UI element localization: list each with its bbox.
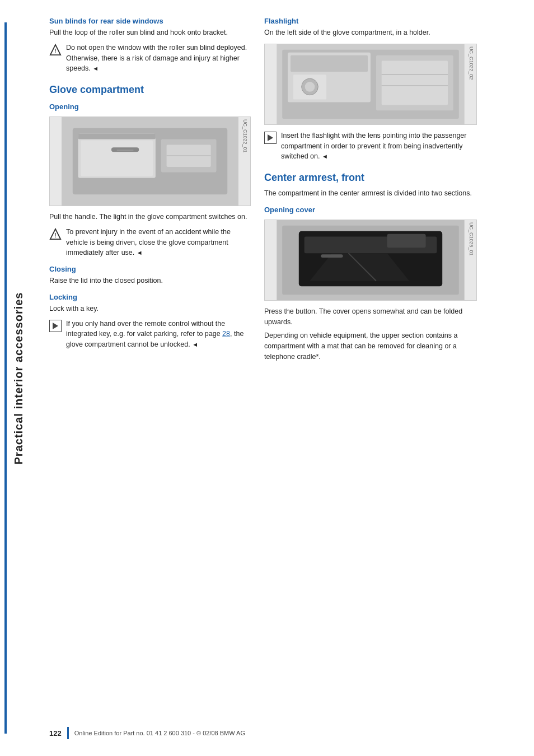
right-column: Flashlight On the left side of the glove…	[264, 17, 477, 739]
glove-warning-text: To prevent injury in the event of an acc…	[66, 227, 251, 258]
glove-locking-heading: Locking	[49, 293, 251, 301]
svg-rect-30	[321, 254, 343, 258]
arrow-right-icon	[53, 323, 58, 329]
sun-blinds-warning-text: Do not open the window with the roller s…	[66, 43, 251, 74]
svg-rect-32	[387, 234, 426, 248]
svg-rect-22	[382, 60, 448, 105]
center-armrest-body: The compartment in the center armrest is…	[264, 188, 477, 199]
center-armrest-svg	[265, 220, 476, 300]
left-column: Sun blinds for rear side windows Pull th…	[49, 17, 251, 739]
glove-closing-section: Closing Raise the lid into the closed po…	[49, 265, 251, 286]
glove-locking-note-text: If you only hand over the remote control…	[66, 319, 251, 350]
flashlight-body: On the left side of the glove compartmen…	[264, 27, 477, 38]
svg-rect-6	[81, 140, 153, 176]
glove-opening-image: UC_C1022_01	[49, 116, 251, 206]
svg-rect-17	[291, 55, 368, 72]
page-number: 122	[49, 729, 62, 738]
glove-compartment-heading: Glove compartment	[49, 84, 251, 96]
sun-blinds-body: Pull the loop of the roller sun blind an…	[49, 27, 251, 38]
footer-bar	[67, 727, 69, 739]
flashlight-note: Insert the flashlight with the lens poin…	[264, 130, 477, 162]
opening-cover-heading: Opening cover	[264, 206, 477, 214]
glove-image-number: UC_C1022_01	[242, 119, 248, 153]
flashlight-arrow-box	[264, 132, 277, 144]
glove-opening-section: Opening	[49, 102, 251, 258]
svg-point-20	[305, 82, 315, 92]
flashlight-section: Flashlight On the left side of the glove…	[264, 17, 477, 162]
armrest-image-number: UC_C1025_01	[469, 222, 474, 256]
glove-opening-heading: Opening	[49, 102, 251, 111]
main-content: Sun blinds for rear side windows Pull th…	[38, 0, 534, 756]
svg-rect-5	[78, 134, 156, 139]
sidebar: Practical interior accessories	[0, 0, 38, 756]
sun-blinds-heading: Sun blinds for rear side windows	[49, 17, 251, 25]
locking-page-link[interactable]: 28	[222, 330, 230, 338]
flashlight-arrow-icon	[268, 134, 273, 141]
glove-warning-icon: !	[49, 228, 62, 240]
center-armrest-image: UC_C1025_01	[264, 220, 477, 301]
glove-locking-section: Locking Lock with a key. If you only han…	[49, 293, 251, 350]
page-footer: 122 Online Edition for Part no. 01 41 2 …	[38, 727, 534, 739]
arrow-box-icon	[49, 320, 62, 332]
sun-blinds-warning: ! Do not open the window with the roller…	[49, 43, 251, 74]
flashlight-image-number: UC_C1022_02	[469, 46, 474, 80]
glove-compartment-section: Glove compartment Opening	[49, 84, 251, 350]
glove-locking-note: If you only hand over the remote control…	[49, 319, 251, 350]
glove-closing-heading: Closing	[49, 265, 251, 273]
opening-cover-section: Opening cover UC_C1	[264, 206, 477, 362]
center-armrest-heading: Center armrest, front	[264, 172, 477, 184]
opening-cover-body1: Press the button. The cover opens somewh…	[264, 306, 477, 328]
glove-opening-body: Pull the handle. The light in the glove …	[49, 212, 251, 222]
flashlight-svg	[265, 44, 476, 124]
footer-copyright: Online Edition for Part no. 01 41 2 600 …	[74, 730, 245, 736]
svg-text:!: !	[54, 48, 56, 54]
sun-blinds-section: Sun blinds for rear side windows Pull th…	[49, 17, 251, 74]
svg-text:!: !	[54, 232, 56, 238]
sidebar-label: Practical interior accessories	[13, 292, 26, 464]
glove-opening-svg	[50, 117, 250, 206]
flashlight-heading: Flashlight	[264, 17, 477, 25]
flashlight-image: UC_C1022_02	[264, 44, 477, 125]
glove-opening-warning: ! To prevent injury in the event of an a…	[49, 227, 251, 258]
warning-icon: !	[49, 44, 62, 56]
glove-locking-body: Lock with a key.	[49, 304, 251, 314]
center-armrest-section: Center armrest, front The compartment in…	[264, 172, 477, 362]
glove-closing-body: Raise the lid into the closed position.	[49, 276, 251, 286]
flashlight-note-text: Insert the flashlight with the lens poin…	[281, 130, 477, 162]
opening-cover-body2: Depending on vehicle equipment, the uppe…	[264, 330, 477, 362]
